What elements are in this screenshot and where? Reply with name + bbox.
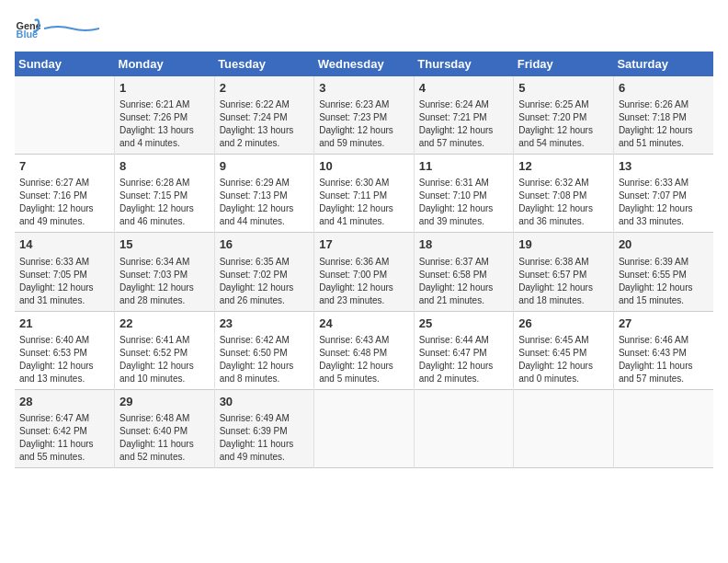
day-number: 12 — [518, 158, 609, 175]
day-info: Sunrise: 6:49 AM Sunset: 6:39 PM Dayligh… — [220, 412, 310, 464]
calendar-cell: 4Sunrise: 6:24 AM Sunset: 7:21 PM Daylig… — [414, 76, 514, 155]
calendar-cell: 8Sunrise: 6:28 AM Sunset: 7:15 PM Daylig… — [115, 155, 215, 233]
calendar-cell — [314, 389, 415, 467]
day-number: 18 — [419, 236, 509, 253]
day-number: 6 — [619, 80, 709, 97]
calendar-cell: 19Sunrise: 6:38 AM Sunset: 6:57 PM Dayli… — [514, 233, 614, 311]
day-number: 25 — [419, 316, 509, 332]
day-info: Sunrise: 6:33 AM Sunset: 7:05 PM Dayligh… — [19, 256, 109, 307]
calendar-cell: 26Sunrise: 6:45 AM Sunset: 6:45 PM Dayli… — [514, 311, 614, 389]
calendar-cell: 3Sunrise: 6:23 AM Sunset: 7:23 PM Daylig… — [314, 76, 415, 155]
day-info: Sunrise: 6:25 AM Sunset: 7:20 PM Dayligh… — [518, 98, 609, 150]
day-info: Sunrise: 6:32 AM Sunset: 7:08 PM Dayligh… — [518, 177, 609, 228]
day-info: Sunrise: 6:47 AM Sunset: 6:42 PM Dayligh… — [19, 412, 109, 464]
calendar-cell: 13Sunrise: 6:33 AM Sunset: 7:07 PM Dayli… — [613, 155, 713, 233]
day-number: 7 — [19, 158, 109, 175]
day-number: 15 — [119, 236, 210, 253]
day-number: 1 — [119, 80, 210, 97]
day-info: Sunrise: 6:27 AM Sunset: 7:16 PM Dayligh… — [19, 177, 109, 228]
day-info: Sunrise: 6:33 AM Sunset: 7:07 PM Dayligh… — [619, 177, 709, 228]
day-info: Sunrise: 6:44 AM Sunset: 6:47 PM Dayligh… — [419, 334, 509, 385]
day-of-week-thursday: Thursday — [414, 52, 514, 76]
calendar-cell: 9Sunrise: 6:29 AM Sunset: 7:13 PM Daylig… — [214, 155, 314, 233]
day-number: 26 — [518, 316, 609, 332]
day-of-week-monday: Monday — [115, 52, 215, 76]
day-number: 14 — [19, 236, 109, 253]
day-number: 19 — [518, 236, 609, 253]
calendar-table: SundayMondayTuesdayWednesdayThursdayFrid… — [15, 52, 713, 468]
day-number: 2 — [220, 80, 310, 97]
calendar-cell: 5Sunrise: 6:25 AM Sunset: 7:20 PM Daylig… — [514, 76, 614, 155]
calendar-cell: 28Sunrise: 6:47 AM Sunset: 6:42 PM Dayli… — [15, 389, 115, 467]
day-number: 22 — [119, 316, 210, 332]
logo-icon: General Blue — [15, 15, 40, 40]
calendar-cell: 20Sunrise: 6:39 AM Sunset: 6:55 PM Dayli… — [613, 233, 713, 311]
day-info: Sunrise: 6:39 AM Sunset: 6:55 PM Dayligh… — [619, 256, 709, 307]
day-info: Sunrise: 6:24 AM Sunset: 7:21 PM Dayligh… — [419, 98, 509, 150]
svg-text:Blue: Blue — [17, 29, 39, 40]
day-info: Sunrise: 6:29 AM Sunset: 7:13 PM Dayligh… — [220, 177, 310, 228]
calendar-cell: 11Sunrise: 6:31 AM Sunset: 7:10 PM Dayli… — [414, 155, 514, 233]
day-of-week-wednesday: Wednesday — [314, 52, 415, 76]
calendar-cell: 29Sunrise: 6:48 AM Sunset: 6:40 PM Dayli… — [115, 389, 215, 467]
day-info: Sunrise: 6:43 AM Sunset: 6:48 PM Dayligh… — [319, 334, 409, 385]
calendar-cell — [15, 76, 115, 155]
day-number: 4 — [419, 80, 509, 97]
calendar-cell: 24Sunrise: 6:43 AM Sunset: 6:48 PM Dayli… — [314, 311, 415, 389]
day-number: 21 — [19, 316, 109, 332]
day-info: Sunrise: 6:35 AM Sunset: 7:02 PM Dayligh… — [220, 256, 310, 307]
calendar-cell — [613, 389, 713, 467]
day-number: 13 — [619, 158, 709, 175]
day-number: 16 — [220, 236, 310, 253]
calendar-cell: 2Sunrise: 6:22 AM Sunset: 7:24 PM Daylig… — [214, 76, 314, 155]
calendar-cell: 6Sunrise: 6:26 AM Sunset: 7:18 PM Daylig… — [613, 76, 713, 155]
calendar-cell: 14Sunrise: 6:33 AM Sunset: 7:05 PM Dayli… — [15, 233, 115, 311]
day-number: 3 — [319, 80, 409, 97]
logo: General Blue — [15, 15, 99, 40]
day-number: 30 — [220, 394, 310, 410]
day-info: Sunrise: 6:48 AM Sunset: 6:40 PM Dayligh… — [119, 412, 210, 464]
day-info: Sunrise: 6:40 AM Sunset: 6:53 PM Dayligh… — [19, 334, 109, 385]
day-info: Sunrise: 6:28 AM Sunset: 7:15 PM Dayligh… — [119, 177, 210, 228]
day-number: 8 — [119, 158, 210, 175]
day-info: Sunrise: 6:23 AM Sunset: 7:23 PM Dayligh… — [319, 98, 409, 150]
logo-wave — [44, 25, 99, 32]
calendar-cell: 22Sunrise: 6:41 AM Sunset: 6:52 PM Dayli… — [115, 311, 215, 389]
calendar-cell: 21Sunrise: 6:40 AM Sunset: 6:53 PM Dayli… — [15, 311, 115, 389]
day-of-week-friday: Friday — [514, 52, 614, 76]
day-info: Sunrise: 6:46 AM Sunset: 6:43 PM Dayligh… — [619, 334, 709, 385]
calendar-cell: 7Sunrise: 6:27 AM Sunset: 7:16 PM Daylig… — [15, 155, 115, 233]
day-info: Sunrise: 6:36 AM Sunset: 7:00 PM Dayligh… — [319, 256, 409, 307]
calendar-cell: 27Sunrise: 6:46 AM Sunset: 6:43 PM Dayli… — [613, 311, 713, 389]
calendar-cell: 18Sunrise: 6:37 AM Sunset: 6:58 PM Dayli… — [414, 233, 514, 311]
day-info: Sunrise: 6:37 AM Sunset: 6:58 PM Dayligh… — [419, 256, 509, 307]
day-number: 11 — [419, 158, 509, 175]
calendar-cell: 30Sunrise: 6:49 AM Sunset: 6:39 PM Dayli… — [214, 389, 314, 467]
calendar-cell — [514, 389, 614, 467]
calendar-cell: 15Sunrise: 6:34 AM Sunset: 7:03 PM Dayli… — [115, 233, 215, 311]
day-info: Sunrise: 6:45 AM Sunset: 6:45 PM Dayligh… — [518, 334, 609, 385]
day-number: 20 — [619, 236, 709, 253]
day-of-week-saturday: Saturday — [613, 52, 713, 76]
calendar-cell: 12Sunrise: 6:32 AM Sunset: 7:08 PM Dayli… — [514, 155, 614, 233]
day-number: 9 — [220, 158, 310, 175]
calendar-cell: 25Sunrise: 6:44 AM Sunset: 6:47 PM Dayli… — [414, 311, 514, 389]
day-info: Sunrise: 6:34 AM Sunset: 7:03 PM Dayligh… — [119, 256, 210, 307]
day-info: Sunrise: 6:21 AM Sunset: 7:26 PM Dayligh… — [119, 98, 210, 150]
header: General Blue — [15, 15, 713, 40]
day-info: Sunrise: 6:31 AM Sunset: 7:10 PM Dayligh… — [419, 177, 509, 228]
day-info: Sunrise: 6:38 AM Sunset: 6:57 PM Dayligh… — [518, 256, 609, 307]
calendar-cell — [414, 389, 514, 467]
calendar-cell: 10Sunrise: 6:30 AM Sunset: 7:11 PM Dayli… — [314, 155, 415, 233]
day-info: Sunrise: 6:22 AM Sunset: 7:24 PM Dayligh… — [220, 98, 310, 150]
day-of-week-tuesday: Tuesday — [214, 52, 314, 76]
calendar-cell: 16Sunrise: 6:35 AM Sunset: 7:02 PM Dayli… — [214, 233, 314, 311]
day-info: Sunrise: 6:30 AM Sunset: 7:11 PM Dayligh… — [319, 177, 409, 228]
day-number: 5 — [518, 80, 609, 97]
day-info: Sunrise: 6:26 AM Sunset: 7:18 PM Dayligh… — [619, 98, 709, 150]
day-of-week-sunday: Sunday — [15, 52, 115, 76]
day-number: 29 — [119, 394, 210, 410]
day-number: 28 — [19, 394, 109, 410]
day-number: 24 — [319, 316, 409, 332]
day-number: 10 — [319, 158, 409, 175]
